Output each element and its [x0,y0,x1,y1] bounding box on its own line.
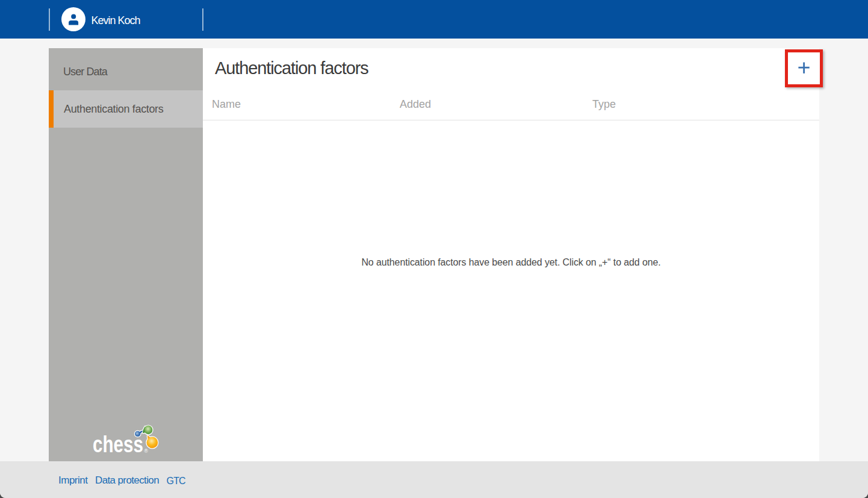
svg-text:®: ® [144,448,149,454]
svg-text:chess: chess [93,432,143,457]
